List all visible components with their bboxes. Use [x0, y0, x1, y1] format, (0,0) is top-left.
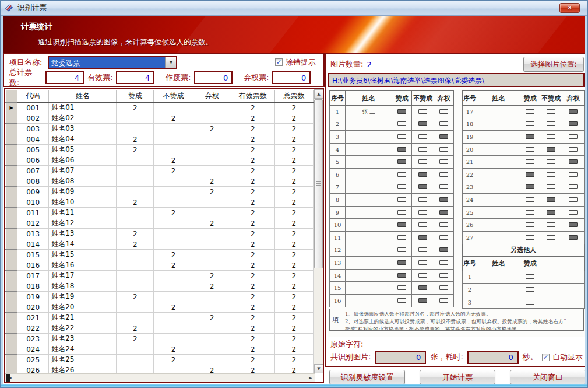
table-row[interactable]: 003姓名03222	[6, 124, 314, 134]
table-row[interactable]: 020姓名20222	[6, 302, 314, 313]
table-row[interactable]: 013姓名13222	[6, 229, 314, 239]
table-row[interactable]: 010姓名10222	[6, 197, 314, 208]
row-selector[interactable]	[6, 334, 17, 344]
checkbox-empty-icon	[547, 235, 555, 240]
cell-name: 姓名19	[49, 292, 117, 302]
close-button[interactable]: ✕	[559, 3, 580, 13]
cell-total: 2	[274, 145, 313, 155]
cell-valid: 2	[231, 155, 274, 166]
counter-value-field[interactable]: 4	[45, 71, 84, 84]
table-row[interactable]: 008姓名08222	[6, 176, 314, 187]
row-selector[interactable]	[6, 166, 17, 176]
table-row[interactable]: 011姓名11222	[6, 208, 314, 218]
table-row[interactable]: 023姓名23222	[6, 334, 314, 344]
column-header: 弃权	[193, 90, 231, 103]
table-row[interactable]: ▶001姓名01222	[6, 103, 314, 113]
table-row[interactable]: 021姓名21222	[6, 313, 314, 323]
table-row[interactable]: 015姓名15222	[6, 250, 314, 260]
row-selector[interactable]	[6, 145, 17, 155]
row-selector[interactable]: ▶	[6, 103, 17, 113]
table-row[interactable]: 002姓名02222	[6, 113, 314, 124]
checkbox-filled-icon	[547, 197, 555, 202]
sensitivity-settings-button[interactable]: 识别灵敏度设置	[329, 370, 405, 384]
auto-display-checkbox[interactable]: ✓	[542, 354, 550, 361]
row-selector[interactable]	[6, 176, 17, 187]
vertical-scrollbar[interactable]: ▲ ▼	[314, 89, 323, 373]
title-bar: 识别计票 ✕	[1, 1, 587, 16]
horizontal-scrollbar-thumb[interactable]	[6, 374, 10, 382]
elapsed-time-field[interactable]: 0	[467, 351, 519, 364]
cell-disapprove: 2	[154, 155, 193, 166]
table-row[interactable]: 007姓名07222	[6, 166, 314, 176]
close-window-button[interactable]: 关闭窗口	[510, 370, 586, 384]
ballot-cell-name: 张 三	[346, 106, 392, 118]
cell-name: 姓名06	[49, 155, 117, 166]
counter-value-field[interactable]: 0	[272, 71, 311, 84]
ballot-cell-num: 2	[330, 118, 346, 131]
checkbox-empty-icon	[418, 134, 427, 139]
table-row[interactable]: 025姓名25222	[6, 355, 314, 365]
table-row[interactable]: 016姓名16222	[6, 260, 314, 271]
vertical-scrollbar-thumb[interactable]	[314, 99, 323, 268]
scroll-right-icon[interactable]: ►	[306, 374, 315, 382]
ballot-vote-cell	[540, 118, 562, 131]
table-row[interactable]: 009姓名09222	[6, 187, 314, 197]
row-selector[interactable]	[6, 271, 17, 281]
scroll-up-icon[interactable]: ▲	[314, 89, 323, 99]
table-row[interactable]: 012姓名12222	[6, 218, 314, 229]
table-row[interactable]: 005姓名05222	[6, 145, 314, 155]
row-selector[interactable]	[6, 292, 17, 302]
row-selector[interactable]	[6, 260, 17, 271]
row-selector[interactable]	[6, 124, 17, 134]
ballot-row: 23	[463, 181, 585, 194]
row-selector[interactable]	[6, 155, 17, 166]
ballot-cell-name	[477, 106, 520, 118]
cell-code: 008	[17, 176, 49, 187]
row-selector[interactable]	[6, 229, 17, 239]
row-selector[interactable]	[6, 281, 17, 292]
table-row[interactable]: 018姓名18222	[6, 281, 314, 292]
table-row[interactable]: 024姓名24222	[6, 344, 314, 355]
cell-code: 025	[17, 355, 49, 365]
row-selector[interactable]	[6, 113, 17, 124]
row-selector[interactable]	[6, 197, 17, 208]
cell-total: 2	[274, 302, 313, 313]
image-path-field[interactable]: H:\业务员6\张树君\海南选举\选票图像\党委选票\	[328, 73, 585, 87]
row-selector[interactable]	[6, 313, 17, 323]
row-selector[interactable]	[6, 239, 17, 250]
row-selector[interactable]	[6, 323, 17, 334]
row-selector[interactable]	[6, 208, 17, 218]
ballot-vote-cell	[392, 294, 412, 307]
table-row[interactable]: 004姓名04222	[6, 134, 314, 145]
smudge-alert-checkbox[interactable]: ✓	[275, 58, 283, 66]
scroll-down-icon[interactable]: ▼	[314, 364, 323, 373]
row-selector[interactable]	[6, 134, 17, 145]
checkbox-filled-icon	[569, 235, 578, 240]
ballot-vote-cell	[434, 131, 454, 144]
row-selector[interactable]	[6, 302, 17, 313]
row-selector[interactable]	[6, 250, 17, 260]
choose-image-location-button[interactable]: 选择图片位置:	[523, 57, 584, 72]
recognized-count-field[interactable]: 0	[375, 351, 426, 364]
table-row[interactable]: 019姓名19222	[6, 292, 314, 302]
table-row[interactable]: 014姓名14222	[6, 239, 314, 250]
ballot-vote-cell	[562, 206, 585, 219]
table-row[interactable]: 017姓名17222	[6, 271, 314, 281]
row-selector[interactable]	[6, 187, 17, 197]
table-row[interactable]: 022姓名22222	[6, 323, 314, 334]
cell-valid: 2	[231, 334, 274, 344]
row-selector[interactable]	[6, 218, 17, 229]
counter-value-field[interactable]: 4	[116, 71, 154, 84]
horizontal-scrollbar[interactable]: ◄ ►	[5, 373, 315, 382]
cell-total: 2	[274, 218, 313, 229]
start-counting-button[interactable]: 开始计票	[420, 370, 495, 384]
ballot-cell-num: 8	[330, 194, 346, 207]
ballot-cell-name	[477, 206, 520, 219]
checkbox-empty-icon	[569, 134, 578, 139]
row-selector[interactable]	[6, 355, 17, 365]
table-row[interactable]: 006姓名06222	[6, 155, 314, 166]
row-selector[interactable]	[6, 344, 17, 355]
combobox-dropdown-button[interactable]: ▼	[165, 57, 176, 68]
counter-value-field[interactable]: 0	[194, 71, 233, 84]
checkbox-empty-icon	[397, 172, 406, 177]
